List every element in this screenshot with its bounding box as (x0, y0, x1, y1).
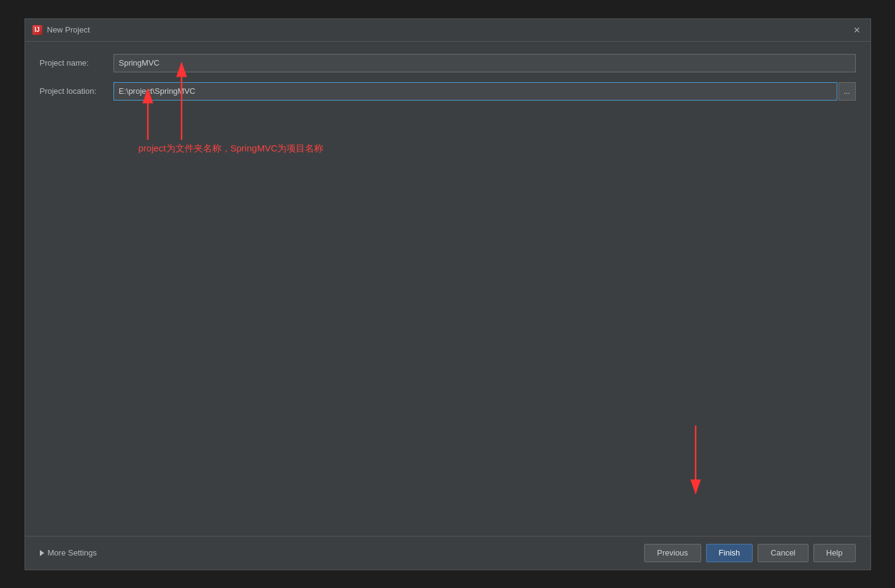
new-project-dialog: IJ New Project ✕ Project name: Project l… (25, 18, 871, 570)
triangle-right-icon (40, 550, 44, 556)
project-location-input[interactable] (113, 82, 837, 101)
dialog-footer: More Settings Previous Finish Cancel Hel… (25, 536, 870, 570)
annotation-layer: project为文件夹名称，SpringMVC为项目名称 (25, 42, 870, 536)
finish-arrow-svg (680, 426, 711, 499)
close-button[interactable]: ✕ (851, 24, 863, 36)
app-icon: IJ (33, 25, 42, 35)
project-location-row: Project location: ... (40, 82, 856, 101)
dialog-title: New Project (47, 25, 90, 34)
annotation-text: project为文件夹名称，SpringMVC为项目名称 (139, 143, 324, 155)
title-bar: IJ New Project ✕ (25, 19, 870, 42)
cancel-button[interactable]: Cancel (758, 544, 808, 562)
arrows-svg (25, 42, 870, 536)
project-name-row: Project name: (40, 54, 856, 72)
more-settings-toggle[interactable]: More Settings (40, 548, 97, 557)
project-name-label: Project name: (40, 58, 113, 67)
project-name-input[interactable] (113, 54, 856, 72)
footer-buttons: Previous Finish Cancel Help (644, 544, 855, 562)
finish-button[interactable]: Finish (706, 544, 753, 562)
help-button[interactable]: Help (813, 544, 856, 562)
browse-button[interactable]: ... (839, 82, 856, 101)
previous-button[interactable]: Previous (644, 544, 701, 562)
more-settings-label: More Settings (48, 548, 97, 557)
title-bar-left: IJ New Project (33, 25, 90, 35)
dialog-content: Project name: Project location: ... (25, 42, 870, 536)
project-location-label: Project location: (40, 86, 113, 96)
